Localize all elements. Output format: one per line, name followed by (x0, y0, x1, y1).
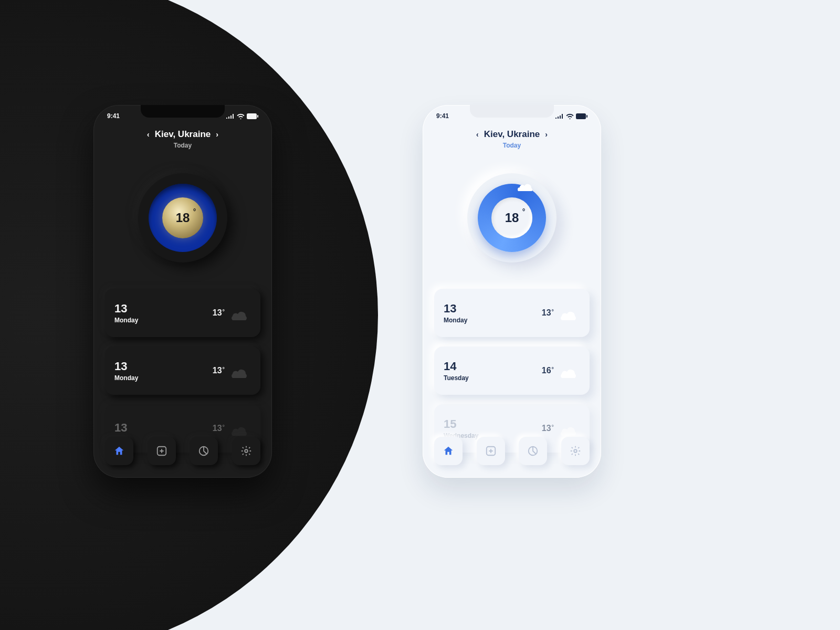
status-time: 9:41 (107, 112, 120, 120)
status-bar: 9:41 (93, 112, 272, 120)
gear-icon (240, 445, 252, 457)
wifi-icon (237, 113, 245, 119)
next-location-button[interactable]: › (216, 130, 218, 139)
home-icon (113, 445, 125, 457)
cloud-icon (558, 421, 580, 436)
signal-icon (555, 113, 564, 119)
tab-add[interactable] (477, 437, 505, 465)
cloud-icon (229, 306, 251, 320)
svg-rect-5 (576, 113, 586, 119)
forecast-date: 15 (444, 417, 478, 431)
forecast-list[interactable]: 13Monday13°14Tuesday16°15Wednesday13° (434, 289, 590, 453)
home-icon (443, 445, 454, 457)
pie-icon (198, 445, 209, 457)
temperature-dial: 18° (130, 165, 235, 270)
location-subtitle: Today (423, 142, 601, 149)
forecast-temp: 13° (213, 424, 225, 433)
wifi-icon (566, 113, 574, 119)
forecast-card[interactable]: 13Monday13° (434, 289, 590, 337)
forecast-card[interactable]: 13Monday13° (105, 346, 260, 395)
forecast-temp: 13° (542, 424, 554, 433)
forecast-day: Monday (444, 317, 467, 324)
current-temp: 18 (505, 211, 519, 225)
battery-icon (576, 113, 587, 119)
plus-icon (156, 445, 167, 457)
moon-icon: 18° (162, 197, 203, 238)
forecast-day: Monday (114, 374, 138, 382)
signal-icon (226, 113, 235, 119)
status-icons (226, 112, 258, 120)
svg-rect-6 (586, 115, 587, 118)
temperature-dial: 18° (459, 165, 564, 270)
tab-settings[interactable] (232, 437, 260, 465)
forecast-temp: 16° (542, 366, 554, 375)
cloud-icon (558, 363, 580, 378)
forecast-date: 13 (114, 360, 138, 373)
location-title: Kiev, Ukraine (155, 129, 211, 140)
prev-location-button[interactable]: ‹ (147, 130, 150, 139)
phone-dark: 9:41 ‹ Kiev, Ukraine › Today 18° 13Monda… (93, 105, 272, 478)
forecast-card[interactable]: 13Monday13° (105, 289, 260, 337)
forecast-day: Monday (114, 317, 138, 324)
status-icons (555, 112, 587, 120)
phone-light: 9:41 ‹ Kiev, Ukraine › Today 18° (423, 105, 601, 478)
status-bar: 9:41 (423, 112, 601, 120)
forecast-temp: 13° (542, 308, 554, 318)
tab-home[interactable] (105, 437, 133, 465)
svg-rect-1 (257, 115, 258, 118)
battery-icon (247, 113, 258, 119)
forecast-date: 13 (114, 421, 127, 435)
forecast-day: Tuesday (444, 374, 469, 382)
svg-rect-0 (247, 113, 257, 119)
pie-icon (527, 445, 539, 457)
prev-location-button[interactable]: ‹ (476, 130, 479, 139)
tab-settings[interactable] (561, 437, 590, 465)
forecast-temp: 13° (213, 366, 225, 375)
forecast-list[interactable]: 13Monday13°13Monday13°1313° (105, 289, 260, 453)
degree-symbol: ° (193, 207, 196, 216)
header: ‹ Kiev, Ukraine › Today (423, 129, 601, 149)
tabbar (434, 437, 590, 465)
tab-home[interactable] (434, 437, 463, 465)
svg-point-9 (574, 449, 577, 453)
stage: 9:41 ‹ Kiev, Ukraine › Today 18° 13Monda… (0, 0, 840, 630)
tab-stats[interactable] (190, 437, 218, 465)
cloud-icon (229, 363, 251, 378)
cloud-icon (558, 306, 580, 320)
next-location-button[interactable]: › (545, 130, 548, 139)
status-time: 9:41 (436, 112, 449, 120)
cloud-icon (516, 177, 537, 191)
svg-point-4 (245, 449, 248, 453)
forecast-date: 14 (444, 360, 469, 373)
tab-stats[interactable] (519, 437, 547, 465)
tab-add[interactable] (148, 437, 176, 465)
header: ‹ Kiev, Ukraine › Today (93, 129, 272, 149)
location-subtitle: Today (93, 142, 272, 149)
forecast-date: 13 (444, 302, 467, 316)
gear-icon (570, 445, 581, 457)
degree-symbol: ° (522, 207, 526, 216)
current-temp: 18 (176, 211, 190, 225)
forecast-date: 13 (114, 302, 138, 316)
location-title: Kiev, Ukraine (484, 129, 540, 140)
tabbar (105, 437, 260, 465)
forecast-card[interactable]: 14Tuesday16° (434, 346, 590, 395)
cloud-icon (229, 421, 251, 436)
forecast-temp: 13° (213, 308, 225, 318)
plus-icon (485, 445, 497, 457)
